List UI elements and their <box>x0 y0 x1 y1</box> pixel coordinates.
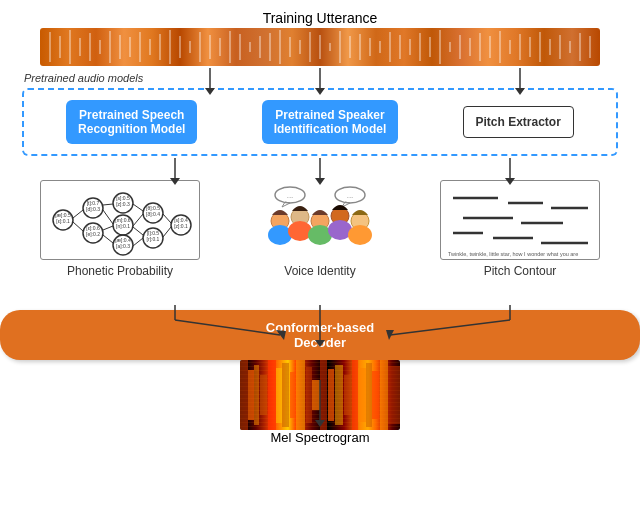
voice-identity-col: ... ... <box>230 180 410 278</box>
pitch-contour-label: Pitch Contour <box>484 264 557 278</box>
pitch-contour-svg: Twinkle, twinkle, little star, how I won… <box>443 183 598 258</box>
waveform-section <box>40 28 600 72</box>
phonetic-visual: [æ]:0.5 [ε]:0.1 [t]:0.7 [d]:0.3 [ε]:0.6 … <box>40 180 200 260</box>
svg-line-84 <box>103 204 113 205</box>
svg-rect-118 <box>240 360 248 430</box>
svg-text:...: ... <box>347 191 354 200</box>
svg-rect-128 <box>312 380 320 410</box>
training-utterance-label: Training Utterance <box>0 10 640 26</box>
svg-line-89 <box>133 214 143 226</box>
svg-point-109 <box>348 225 372 245</box>
svg-line-92 <box>163 214 171 223</box>
svg-rect-132 <box>344 375 351 415</box>
svg-rect-133 <box>352 360 358 430</box>
svg-rect-129 <box>320 360 327 430</box>
mel-label-row: Mel Spectrogram <box>0 430 640 445</box>
svg-text:[a]:0.3: [a]:0.3 <box>116 243 130 249</box>
svg-rect-134 <box>358 368 366 422</box>
svg-rect-126 <box>296 360 305 430</box>
diagram-container: Training Utterance <box>0 0 640 529</box>
mel-spectrogram-visual <box>240 360 400 430</box>
svg-rect-123 <box>276 368 282 423</box>
svg-point-103 <box>288 221 312 241</box>
svg-text:[z]:0.3: [z]:0.3 <box>116 201 130 207</box>
decoder-label: Conformer-based Decoder <box>266 320 374 350</box>
dashed-border: Pretrained Speech Recognition Model Pret… <box>22 88 618 156</box>
svg-text:[e]:0.2: [e]:0.2 <box>86 231 100 237</box>
svg-text:[n]:0.1: [n]:0.1 <box>116 223 130 229</box>
svg-rect-127 <box>306 367 312 423</box>
svg-rect-120 <box>254 365 259 425</box>
pretrained-section: Pretrained audio models Pretrained Speec… <box>22 72 618 156</box>
svg-line-93 <box>163 227 171 237</box>
mel-svg <box>240 360 400 430</box>
decoder-row: Conformer-based Decoder <box>0 310 640 360</box>
speech-recognition-box: Pretrained Speech Recognition Model <box>66 100 197 144</box>
svg-text:[z]:0.1: [z]:0.1 <box>174 223 188 229</box>
svg-line-90 <box>133 227 143 235</box>
svg-line-86 <box>103 226 113 230</box>
pitch-contour-col: Twinkle, twinkle, little star, how I won… <box>430 180 610 278</box>
waveform-svg <box>40 28 600 66</box>
decoder-box: Conformer-based Decoder <box>0 310 640 360</box>
phonetic-graph-svg: [æ]:0.5 [ε]:0.1 [t]:0.7 [d]:0.3 [ε]:0.6 … <box>43 183 198 258</box>
voice-identity-visual: ... ... <box>240 180 400 260</box>
waveform-bar <box>40 28 600 66</box>
svg-rect-121 <box>260 375 267 415</box>
speaker-identification-label: Pretrained Speaker Identification Model <box>274 108 387 136</box>
pretrained-label: Pretrained audio models <box>24 72 618 84</box>
pitch-extractor-box: Pitch Extractor <box>463 106 574 138</box>
pitch-extractor-label: Pitch Extractor <box>476 115 561 129</box>
svg-text:[d]:0.3: [d]:0.3 <box>86 206 100 212</box>
mel-section <box>0 360 640 433</box>
svg-rect-131 <box>335 365 343 425</box>
pitch-text: Twinkle, twinkle, little star, how I won… <box>448 251 578 257</box>
svg-text:[r]:0.1: [r]:0.1 <box>146 236 159 242</box>
speech-recognition-label: Pretrained Speech Recognition Model <box>78 108 185 136</box>
svg-line-85 <box>103 210 113 224</box>
svg-line-88 <box>133 204 143 211</box>
pitch-contour-visual: Twinkle, twinkle, little star, how I won… <box>440 180 600 260</box>
svg-rect-124 <box>282 363 289 427</box>
svg-rect-136 <box>372 371 379 419</box>
phonetic-output-col: [æ]:0.5 [ε]:0.1 [t]:0.7 [d]:0.3 [ε]:0.6 … <box>30 180 210 278</box>
speaker-identification-box: Pretrained Speaker Identification Model <box>262 100 399 144</box>
svg-text:[ε]:0.1: [ε]:0.1 <box>56 218 70 224</box>
svg-rect-138 <box>388 366 400 424</box>
voice-identity-label: Voice Identity <box>284 264 355 278</box>
svg-line-82 <box>73 210 83 218</box>
svg-rect-122 <box>268 360 276 430</box>
svg-line-91 <box>133 238 143 246</box>
svg-rect-119 <box>248 370 254 420</box>
title-text: Training Utterance <box>263 10 378 26</box>
svg-rect-137 <box>380 360 388 430</box>
svg-line-87 <box>103 235 113 243</box>
svg-text:...: ... <box>287 191 294 200</box>
voice-identity-svg: ... ... <box>260 183 380 258</box>
phonetic-label: Phonetic Probability <box>67 264 173 278</box>
svg-rect-125 <box>290 372 295 418</box>
svg-rect-135 <box>366 363 372 427</box>
mel-label: Mel Spectrogram <box>271 430 370 445</box>
svg-point-101 <box>268 225 292 245</box>
svg-rect-130 <box>328 369 334 421</box>
svg-text:[ð]:0.4: [ð]:0.4 <box>146 211 160 217</box>
outputs-row: [æ]:0.5 [ε]:0.1 [t]:0.7 [d]:0.3 [ε]:0.6 … <box>20 180 620 278</box>
svg-line-83 <box>73 222 83 231</box>
